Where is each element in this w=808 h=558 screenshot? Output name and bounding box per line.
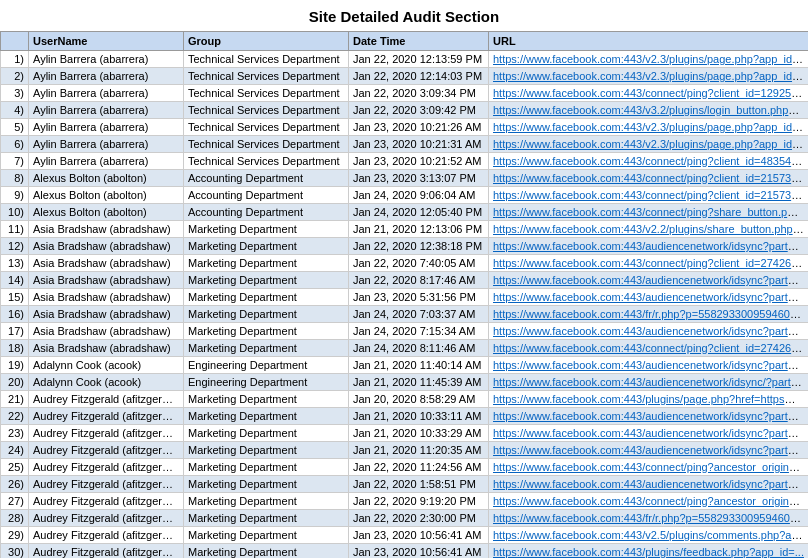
row-url-link[interactable]: https://www.facebook.com:443/v2.3/plugin… [493,53,808,65]
row-url[interactable]: https://www.facebook.com:443/audiencenet… [489,425,809,442]
row-url[interactable]: https://www.facebook.com:443/audiencenet… [489,442,809,459]
row-url-link[interactable]: https://www.facebook.com:443/plugins/pag… [493,393,808,405]
row-num: 11) [1,221,29,238]
row-url[interactable]: https://www.facebook.com:443/connect/pin… [489,459,809,476]
row-url-link[interactable]: https://www.facebook.com:443/audiencenet… [493,427,808,439]
row-url[interactable]: https://www.facebook.com:443/connect/pin… [489,170,809,187]
table-row: 6)Aylin Barrera (abarrera)Technical Serv… [1,136,809,153]
row-datetime: Jan 22, 2020 9:19:20 PM [349,493,489,510]
row-num: 6) [1,136,29,153]
row-url[interactable]: https://www.facebook.com:443/v2.3/plugin… [489,51,809,68]
row-datetime: Jan 22, 2020 12:13:59 PM [349,51,489,68]
row-group: Technical Services Department [184,51,349,68]
row-url-link[interactable]: https://www.facebook.com:443/connect/pin… [493,257,808,269]
row-url[interactable]: https://www.facebook.com:443/connect/pin… [489,204,809,221]
table-row: 28)Audrey Fitzgerald (afitzgerald)Market… [1,510,809,527]
row-url[interactable]: https://www.facebook.com:443/audiencenet… [489,374,809,391]
row-url-link[interactable]: https://www.facebook.com:443/audiencenet… [493,444,808,456]
row-datetime: Jan 22, 2020 7:40:05 AM [349,255,489,272]
row-url-link[interactable]: https://www.facebook.com:443/connect/pin… [493,172,808,184]
row-url-link[interactable]: https://www.facebook.com:443/fr/r.php?p=… [493,308,808,320]
table-row: 27)Audrey Fitzgerald (afitzgerald)Market… [1,493,809,510]
row-url[interactable]: https://www.facebook.com:443/connect/pin… [489,493,809,510]
row-datetime: Jan 21, 2020 10:33:11 AM [349,408,489,425]
table-row: 12)Asia Bradshaw (abradshaw)Marketing De… [1,238,809,255]
row-url-link[interactable]: https://www.facebook.com:443/audiencenet… [493,410,808,422]
row-url-link[interactable]: https://www.facebook.com:443/v2.5/plugin… [493,529,808,541]
row-url-link[interactable]: https://www.facebook.com:443/connect/pin… [493,189,808,201]
row-datetime: Jan 22, 2020 3:09:42 PM [349,102,489,119]
row-group: Technical Services Department [184,153,349,170]
row-url-link[interactable]: https://www.facebook.com:443/connect/pin… [493,461,808,473]
row-url-link[interactable]: https://www.facebook.com:443/plugins/fee… [493,546,804,558]
row-url[interactable]: https://www.facebook.com:443/connect/pin… [489,340,809,357]
row-url[interactable]: https://www.facebook.com:443/v2.3/plugin… [489,68,809,85]
row-url-link[interactable]: https://www.facebook.com:443/audiencenet… [493,274,808,286]
row-url-link[interactable]: https://www.facebook.com:443/audiencenet… [493,240,808,252]
row-datetime: Jan 21, 2020 12:13:06 PM [349,221,489,238]
row-url-link[interactable]: https://www.facebook.com:443/connect/pin… [493,495,808,507]
row-num: 30) [1,544,29,559]
row-username: Alexus Bolton (abolton) [29,204,184,221]
row-url[interactable]: https://www.facebook.com:443/v3.2/plugin… [489,102,809,119]
row-datetime: Jan 22, 2020 11:24:56 AM [349,459,489,476]
row-url[interactable]: https://www.facebook.com:443/connect/pin… [489,153,809,170]
row-url-link[interactable]: https://www.facebook.com:443/v3.2/plugin… [493,104,808,116]
row-datetime: Jan 23, 2020 10:21:31 AM [349,136,489,153]
row-num: 13) [1,255,29,272]
row-username: Asia Bradshaw (abradshaw) [29,340,184,357]
row-username: Asia Bradshaw (abradshaw) [29,289,184,306]
row-url[interactable]: https://www.facebook.com:443/v2.2/plugin… [489,221,809,238]
row-username: Audrey Fitzgerald (afitzgerald) [29,527,184,544]
row-url-link[interactable]: https://www.facebook.com:443/audiencenet… [493,325,808,337]
row-url-link[interactable]: https://www.facebook.com:443/connect/pin… [493,155,808,167]
row-username: Asia Bradshaw (abradshaw) [29,221,184,238]
row-url[interactable]: https://www.facebook.com:443/v2.3/plugin… [489,136,809,153]
row-username: Audrey Fitzgerald (afitzgerald) [29,493,184,510]
row-url[interactable]: https://www.facebook.com:443/audiencenet… [489,238,809,255]
row-url[interactable]: https://www.facebook.com:443/connect/pin… [489,187,809,204]
audit-table: UserName Group Date Time URL 1)Aylin Bar… [0,31,808,558]
table-row: 8)Alexus Bolton (abolton)Accounting Depa… [1,170,809,187]
row-url-link[interactable]: https://www.facebook.com:443/audiencenet… [493,478,808,490]
row-datetime: Jan 21, 2020 11:40:14 AM [349,357,489,374]
row-url[interactable]: https://www.facebook.com:443/connect/pin… [489,255,809,272]
row-datetime: Jan 24, 2020 9:06:04 AM [349,187,489,204]
table-row: 5)Aylin Barrera (abarrera)Technical Serv… [1,119,809,136]
row-url[interactable]: https://www.facebook.com:443/audiencenet… [489,408,809,425]
row-url[interactable]: https://www.facebook.com:443/connect/pin… [489,85,809,102]
row-url-link[interactable]: https://www.facebook.com:443/v2.3/plugin… [493,121,808,133]
row-url[interactable]: https://www.facebook.com:443/fr/r.php?p=… [489,306,809,323]
row-datetime: Jan 22, 2020 2:30:00 PM [349,510,489,527]
row-url[interactable]: https://www.facebook.com:443/audiencenet… [489,289,809,306]
row-url[interactable]: https://www.facebook.com:443/audiencenet… [489,357,809,374]
row-url[interactable]: https://www.facebook.com:443/v2.3/plugin… [489,119,809,136]
row-url-link[interactable]: https://www.facebook.com:443/v2.2/plugin… [493,223,808,235]
row-url-link[interactable]: https://www.facebook.com:443/fr/r.php?p=… [493,512,808,524]
row-url-link[interactable]: https://www.facebook.com:443/connect/pin… [493,87,808,99]
row-url-link[interactable]: https://www.facebook.com:443/connect/pin… [493,206,808,218]
row-url[interactable]: https://www.facebook.com:443/v2.5/plugin… [489,527,809,544]
row-num: 23) [1,425,29,442]
table-row: 15)Asia Bradshaw (abradshaw)Marketing De… [1,289,809,306]
row-username: Aylin Barrera (abarrera) [29,153,184,170]
row-url[interactable]: https://www.facebook.com:443/fr/r.php?p=… [489,510,809,527]
row-datetime: Jan 24, 2020 7:03:37 AM [349,306,489,323]
table-row: 11)Asia Bradshaw (abradshaw)Marketing De… [1,221,809,238]
table-row: 10)Alexus Bolton (abolton)Accounting Dep… [1,204,809,221]
row-url-link[interactable]: https://www.facebook.com:443/audiencenet… [493,291,808,303]
row-datetime: Jan 23, 2020 3:13:07 PM [349,170,489,187]
row-datetime: Jan 22, 2020 12:38:18 PM [349,238,489,255]
row-url[interactable]: https://www.facebook.com:443/audiencenet… [489,323,809,340]
row-url-link[interactable]: https://www.facebook.com:443/audiencenet… [493,376,808,388]
row-url-link[interactable]: https://www.facebook.com:443/v2.3/plugin… [493,138,808,150]
row-url[interactable]: https://www.facebook.com:443/plugins/pag… [489,391,809,408]
row-url[interactable]: https://www.facebook.com:443/audiencenet… [489,476,809,493]
row-url[interactable]: https://www.facebook.com:443/audiencenet… [489,272,809,289]
row-url-link[interactable]: https://www.facebook.com:443/audiencenet… [493,359,808,371]
row-username: Audrey Fitzgerald (afitzgerald) [29,391,184,408]
row-url-link[interactable]: https://www.facebook.com:443/v2.3/plugin… [493,70,808,82]
row-url[interactable]: https://www.facebook.com:443/plugins/fee… [489,544,809,559]
row-url-link[interactable]: https://www.facebook.com:443/connect/pin… [493,342,808,354]
row-num: 2) [1,68,29,85]
